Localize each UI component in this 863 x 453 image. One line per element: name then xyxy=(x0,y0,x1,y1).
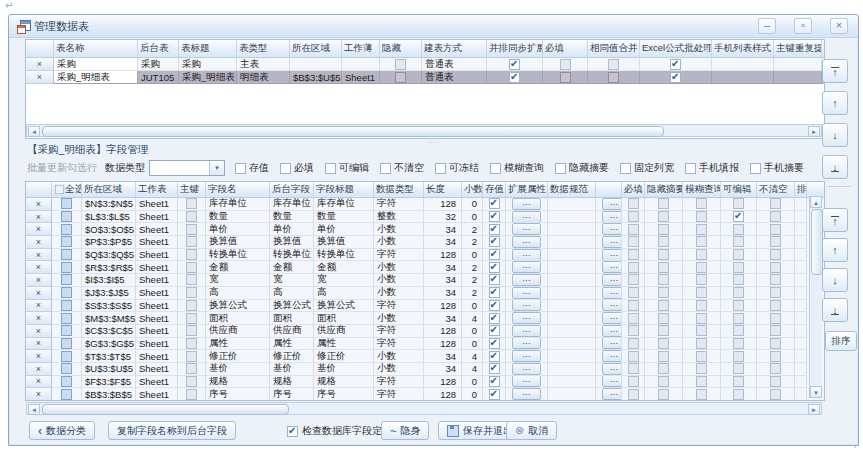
checkbox-icon[interactable] xyxy=(658,363,669,374)
data-spec-button[interactable]: … xyxy=(596,300,622,313)
checkbox-required[interactable] xyxy=(622,274,645,287)
tables-grid-hscrollbar[interactable]: ◄ ► xyxy=(26,124,822,137)
checkbox-icon[interactable] xyxy=(608,59,619,70)
checkbox-editable[interactable] xyxy=(721,363,757,376)
data-spec-button[interactable]: … xyxy=(596,236,622,249)
checkbox-icon[interactable] xyxy=(325,163,336,174)
column-header-region[interactable]: 所在区域 xyxy=(82,182,136,197)
data-spec-button[interactable]: … xyxy=(596,338,622,351)
cell-mobile-style[interactable] xyxy=(712,58,774,71)
checkbox-icon[interactable] xyxy=(696,287,707,298)
checkbox-icon[interactable] xyxy=(628,300,639,311)
cell-decimals[interactable]: 0 xyxy=(462,388,483,401)
checkbox-editable[interactable] xyxy=(721,376,757,389)
cell-length[interactable]: 32 xyxy=(424,211,462,224)
checkbox-icon[interactable] xyxy=(395,72,406,83)
ellipsis-icon[interactable]: … xyxy=(512,376,541,388)
ext-props-button[interactable]: … xyxy=(506,236,548,249)
checkbox-primary-key[interactable] xyxy=(178,338,206,351)
toolbar-checkbox-手机摘要[interactable]: 手机摘要 xyxy=(750,161,804,175)
tables-move-down-button[interactable]: ↓ xyxy=(822,123,848,147)
check-db-field-definition-checkbox[interactable]: 检查数据库字段定义 xyxy=(287,424,392,438)
checkbox-not-empty[interactable] xyxy=(757,350,795,363)
checkbox-store-value[interactable] xyxy=(483,338,506,351)
checkbox-icon[interactable] xyxy=(733,363,744,374)
checkbox-icon[interactable] xyxy=(658,249,669,260)
checkbox-store-value[interactable] xyxy=(483,388,506,401)
checkbox-not-empty[interactable] xyxy=(757,274,795,287)
column-header-title[interactable]: 字段标题 xyxy=(314,182,374,197)
titlebar[interactable]: 管理数据表 – ▫ × xyxy=(9,15,858,38)
checkbox-fuzzy-query[interactable] xyxy=(683,363,721,376)
checkbox-merge-same[interactable] xyxy=(588,58,640,71)
cell-decimals[interactable]: 4 xyxy=(462,350,483,363)
ellipsis-icon[interactable]: … xyxy=(602,338,622,350)
checkbox-icon[interactable] xyxy=(696,363,707,374)
checkbox-icon[interactable] xyxy=(61,300,72,311)
cell-create-mode[interactable]: 普通表 xyxy=(422,71,487,84)
checkbox-icon[interactable] xyxy=(658,287,669,298)
checkbox-icon[interactable] xyxy=(186,300,197,311)
checkbox-not-empty[interactable] xyxy=(757,223,795,236)
cell-partial[interactable] xyxy=(795,287,807,300)
cell-data-type[interactable]: 字符 xyxy=(374,249,424,262)
cell-field-name[interactable]: 面积 xyxy=(206,312,270,325)
checkbox-icon[interactable] xyxy=(61,338,72,349)
checkbox-not-empty[interactable] xyxy=(757,338,795,351)
ellipsis-icon[interactable]: … xyxy=(602,363,622,375)
checkbox-icon[interactable] xyxy=(628,224,639,235)
checkbox-required[interactable] xyxy=(622,300,645,313)
checkbox-icon[interactable] xyxy=(61,236,72,247)
ext-props-button[interactable]: … xyxy=(506,338,548,351)
cell-worksheet[interactable]: Sheet1 xyxy=(136,325,178,338)
checkbox-hide-summary[interactable] xyxy=(645,376,683,389)
chevron-down-icon[interactable]: ▼ xyxy=(209,161,224,175)
column-header-sync_expand[interactable]: 并排同步扩展 xyxy=(487,40,543,57)
checkbox-icon[interactable] xyxy=(696,389,707,400)
checkbox-icon[interactable] xyxy=(489,274,500,285)
fields-move-to-top-button[interactable]: ↑ xyxy=(822,208,848,232)
checkbox-icon[interactable] xyxy=(490,163,501,174)
checkbox-icon[interactable] xyxy=(733,224,744,235)
cell-backend-field[interactable]: 库存单位 xyxy=(270,198,314,211)
checkbox-primary-key[interactable] xyxy=(178,325,206,338)
cell-field-name[interactable]: 换算公式 xyxy=(206,300,270,313)
cell-region[interactable]: $R$3:$R$5 xyxy=(82,261,136,274)
checkbox-icon[interactable] xyxy=(770,338,781,349)
checkbox-icon[interactable] xyxy=(435,163,446,174)
cell-worksheet[interactable]: Sheet1 xyxy=(136,249,178,262)
checkbox-store-value[interactable] xyxy=(483,198,506,211)
cell-field-name[interactable]: 库存单位 xyxy=(206,198,270,211)
ellipsis-icon[interactable]: … xyxy=(602,236,622,248)
checkbox-icon[interactable] xyxy=(560,72,571,83)
checkbox-icon[interactable] xyxy=(489,300,500,311)
copy-field-names-button[interactable]: 复制字段名称到后台字段 xyxy=(108,421,236,440)
toolbar-checkbox-不清空[interactable]: 不清空 xyxy=(380,161,424,175)
checkbox-icon[interactable] xyxy=(658,313,669,324)
checkbox-icon[interactable] xyxy=(489,198,500,209)
checkbox-sync-expand[interactable] xyxy=(487,58,543,71)
checkbox-icon[interactable] xyxy=(658,376,669,387)
cell-region[interactable]: $C$3:$C$5 xyxy=(82,325,136,338)
cell-data-type[interactable]: 整数 xyxy=(374,211,424,224)
cell-data-spec[interactable] xyxy=(548,274,596,287)
checkbox-excel-batch[interactable] xyxy=(640,71,712,84)
checkbox-icon[interactable] xyxy=(658,274,669,285)
ext-props-button[interactable]: … xyxy=(506,249,548,262)
cell-backend-table[interactable]: JUT105 xyxy=(138,71,179,84)
delete-row-button[interactable]: × xyxy=(26,338,52,351)
checkbox-hide-summary[interactable] xyxy=(645,249,683,262)
column-header-partial[interactable]: 排 xyxy=(795,182,807,197)
cell-length[interactable]: 128 xyxy=(424,376,462,389)
ellipsis-icon[interactable]: … xyxy=(512,249,541,261)
checkbox-hide-summary[interactable] xyxy=(645,211,683,224)
column-header-type[interactable]: 表类型 xyxy=(237,40,290,57)
data-spec-button[interactable]: … xyxy=(596,363,622,376)
checkbox-select[interactable] xyxy=(52,236,82,249)
checkbox-icon[interactable] xyxy=(733,236,744,247)
ellipsis-icon[interactable]: … xyxy=(512,300,541,312)
ellipsis-icon[interactable]: … xyxy=(512,287,541,299)
data-spec-button[interactable]: … xyxy=(596,198,622,211)
checkbox-icon[interactable] xyxy=(287,426,298,437)
data-spec-button[interactable]: … xyxy=(596,274,622,287)
